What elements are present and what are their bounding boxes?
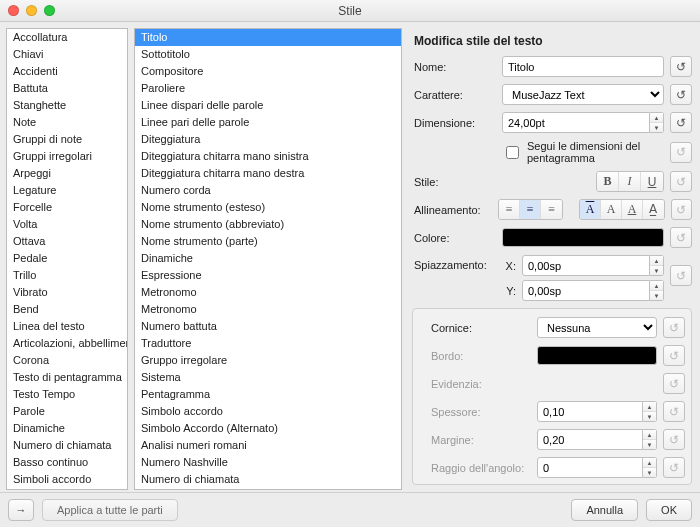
category-list[interactable]: AccollaturaChiaviAccidentiBattutaStanghe… (6, 28, 128, 490)
category-item[interactable]: Basso continuo (7, 454, 127, 471)
italic-button[interactable]: I (619, 172, 641, 191)
align-vcenter-button[interactable]: A (601, 200, 622, 219)
reset-border-button[interactable]: ↺ (663, 345, 685, 366)
reset-color-button[interactable]: ↺ (670, 227, 692, 248)
style-item[interactable]: Compositore (135, 63, 401, 80)
style-item[interactable]: Titolo (135, 29, 401, 46)
reset-name-button[interactable]: ↺ (670, 56, 692, 77)
category-item[interactable]: Testo Tempo (7, 386, 127, 403)
category-item[interactable]: Chiavi (7, 46, 127, 63)
reset-highlight-button[interactable]: ↺ (663, 373, 685, 394)
style-item[interactable]: Nome strumento (abbreviato) (135, 216, 401, 233)
align-right-button[interactable]: ≡ (541, 200, 562, 219)
margin-stepper[interactable]: ▲▼ (643, 429, 657, 450)
category-item[interactable]: Pedale (7, 250, 127, 267)
category-item[interactable]: Note (7, 114, 127, 131)
category-item[interactable]: Vibrato (7, 284, 127, 301)
category-item[interactable]: Stanghette (7, 97, 127, 114)
category-item[interactable]: Articolazioni, abbellimenti (7, 335, 127, 352)
style-item[interactable]: Paroliere (135, 80, 401, 97)
size-stepper[interactable]: ▲▼ (650, 112, 664, 133)
reset-thickness-button[interactable]: ↺ (663, 401, 685, 422)
style-item[interactable]: Pentagramma (135, 386, 401, 403)
style-item[interactable]: Sottotitolo (135, 46, 401, 63)
category-item[interactable]: Parole (7, 403, 127, 420)
style-item[interactable]: Testo ripetizioni sinistra (135, 488, 401, 490)
style-item[interactable]: Nome strumento (esteso) (135, 199, 401, 216)
align-baseline-button[interactable]: A (622, 200, 643, 219)
style-item[interactable]: Simbolo Accordo (Alternato) (135, 420, 401, 437)
category-item[interactable]: Gruppi irregolari (7, 148, 127, 165)
align-top-button[interactable]: A (580, 200, 601, 219)
category-item[interactable]: Testo di pentagramma (7, 369, 127, 386)
offset-x-field[interactable] (522, 255, 650, 276)
offset-y-stepper[interactable]: ▲▼ (650, 280, 664, 301)
category-item[interactable]: Gruppi di note (7, 131, 127, 148)
offset-x-stepper[interactable]: ▲▼ (650, 255, 664, 276)
category-item[interactable]: Dinamiche (7, 420, 127, 437)
category-item[interactable]: Ottava (7, 233, 127, 250)
reset-frame-button[interactable]: ↺ (663, 317, 685, 338)
align-bottom-button[interactable]: A̲ (643, 200, 664, 219)
style-item[interactable]: Diteggiatura chitarra mano destra (135, 165, 401, 182)
style-item[interactable]: Numero battuta (135, 318, 401, 335)
name-field[interactable] (502, 56, 664, 77)
category-item[interactable]: Corona (7, 352, 127, 369)
style-item[interactable]: Diteggiatura (135, 131, 401, 148)
category-item[interactable]: Bend (7, 301, 127, 318)
thickness-stepper[interactable]: ▲▼ (643, 401, 657, 422)
reset-margin-button[interactable]: ↺ (663, 429, 685, 450)
align-center-button[interactable]: ≡ (520, 200, 541, 219)
style-item[interactable]: Sistema (135, 369, 401, 386)
category-item[interactable]: Forcelle (7, 199, 127, 216)
follow-staff-input[interactable] (506, 146, 519, 159)
reset-font-button[interactable]: ↺ (670, 84, 692, 105)
category-item[interactable]: Simboli accordo (7, 471, 127, 488)
follow-staff-checkbox[interactable]: Segui le dimensioni del pentagramma (502, 140, 664, 164)
color-picker[interactable] (502, 228, 664, 247)
category-item[interactable]: Trillo (7, 267, 127, 284)
back-button[interactable]: → (8, 499, 34, 521)
style-item[interactable]: Traduttore (135, 335, 401, 352)
category-item[interactable]: Arpeggi (7, 165, 127, 182)
category-item[interactable]: Accollatura (7, 29, 127, 46)
reset-radius-button[interactable]: ↺ (663, 457, 685, 478)
category-item[interactable]: Accidenti (7, 63, 127, 80)
category-item[interactable]: Battuta (7, 80, 127, 97)
category-item[interactable]: Numero di chiamata (7, 437, 127, 454)
apply-all-button[interactable]: Applica a tutte le parti (42, 499, 178, 521)
style-item[interactable]: Simbolo accordo (135, 403, 401, 420)
style-item[interactable]: Espressione (135, 267, 401, 284)
category-item[interactable]: Diagrammi chitarra (7, 488, 127, 490)
frame-select[interactable]: Nessuna (537, 317, 657, 338)
border-color-picker[interactable] (537, 346, 657, 365)
ok-button[interactable]: OK (646, 499, 692, 521)
radius-field[interactable] (537, 457, 643, 478)
underline-button[interactable]: U (641, 172, 663, 191)
style-item[interactable]: Diteggiatura chitarra mano sinistra (135, 148, 401, 165)
style-item[interactable]: Numero di chiamata (135, 471, 401, 488)
thickness-field[interactable] (537, 401, 643, 422)
radius-stepper[interactable]: ▲▼ (643, 457, 657, 478)
style-item[interactable]: Nome strumento (parte) (135, 233, 401, 250)
style-item[interactable]: Dinamiche (135, 250, 401, 267)
bold-button[interactable]: B (597, 172, 619, 191)
offset-y-field[interactable] (522, 280, 650, 301)
style-item[interactable]: Linee dispari delle parole (135, 97, 401, 114)
style-item[interactable]: Analisi numeri romani (135, 437, 401, 454)
style-item[interactable]: Metronomo (135, 284, 401, 301)
style-item[interactable]: Numero Nashville (135, 454, 401, 471)
category-item[interactable]: Linea del testo (7, 318, 127, 335)
style-list[interactable]: TitoloSottotitoloCompositoreParoliereLin… (134, 28, 402, 490)
category-item[interactable]: Legature (7, 182, 127, 199)
reset-follow-button[interactable]: ↺ (670, 142, 692, 163)
size-field[interactable] (502, 112, 650, 133)
style-item[interactable]: Metronomo (135, 301, 401, 318)
category-item[interactable]: Volta (7, 216, 127, 233)
reset-align-button[interactable]: ↺ (671, 199, 692, 220)
reset-offset-button[interactable]: ↺ (670, 265, 692, 286)
style-item[interactable]: Numero corda (135, 182, 401, 199)
reset-size-button[interactable]: ↺ (670, 112, 692, 133)
style-item[interactable]: Linee pari delle parole (135, 114, 401, 131)
reset-style-button[interactable]: ↺ (670, 171, 692, 192)
